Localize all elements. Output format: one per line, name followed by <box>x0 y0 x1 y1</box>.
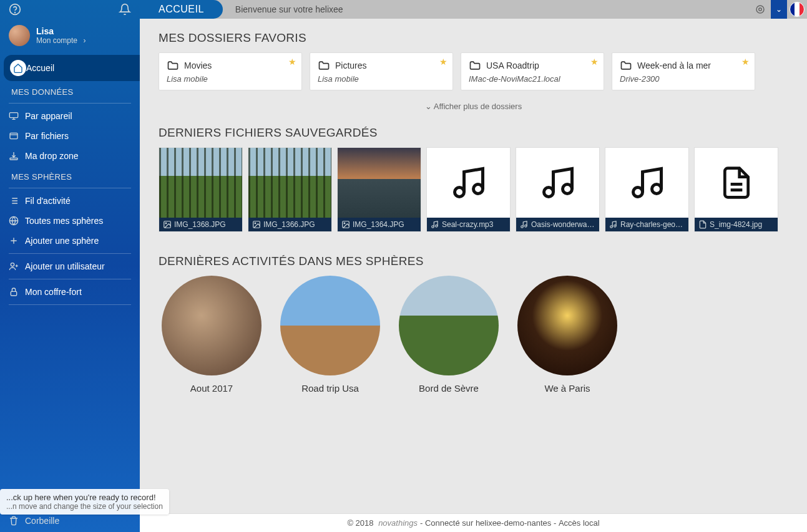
folder-location: Drive-2300 <box>620 74 747 84</box>
sphere-label: Bord de Sèvre <box>419 383 479 394</box>
star-icon[interactable]: ★ <box>288 57 296 67</box>
file-type-icon <box>431 220 439 229</box>
file-name: Oasis-wonderwall….mp3 <box>531 220 595 229</box>
svg-point-23 <box>525 225 527 228</box>
user-account-link[interactable]: Lisa Mon compte › <box>0 19 140 55</box>
copyright: © 2018 <box>347 518 373 528</box>
tab-accueil[interactable]: ACCUEIL <box>140 0 223 19</box>
file-name: Seal-crazy.mp3 <box>442 220 493 229</box>
sphere-label: Road trip Usa <box>301 383 359 394</box>
nav-all-spheres[interactable]: Toutes mes sphères <box>0 211 140 231</box>
folder-icon <box>318 59 330 72</box>
brand-name: novathings <box>378 518 418 528</box>
sphere-item[interactable]: Bord de Sèvre <box>396 276 502 394</box>
svg-point-21 <box>562 185 572 194</box>
folder-location: IMac-de-NoviMac21.local <box>469 74 596 84</box>
svg-point-26 <box>610 226 613 228</box>
svg-point-9 <box>759 8 762 11</box>
divider <box>9 279 131 279</box>
divider <box>9 304 131 305</box>
folder-icon <box>167 59 179 72</box>
nav-label: Accueil <box>26 63 54 73</box>
svg-point-22 <box>521 226 524 228</box>
file-card[interactable]: IMG_1364.JPG <box>337 147 421 232</box>
show-more-label: Afficher plus de dossiers <box>434 102 522 111</box>
file-thumbnail <box>248 148 331 218</box>
svg-point-27 <box>614 225 617 228</box>
nav-home[interactable]: Accueil <box>4 55 140 81</box>
file-card[interactable]: Oasis-wonderwall….mp3 <box>516 147 600 232</box>
svg-point-19 <box>436 225 438 228</box>
nav-label: Mon coffre-fort <box>25 287 82 297</box>
svg-rect-2 <box>9 113 17 118</box>
svg-point-6 <box>11 263 14 266</box>
nav-label: Par fichiers <box>25 131 69 141</box>
folder-card[interactable]: ★ Pictures Lisa mobile <box>310 52 453 90</box>
svg-point-20 <box>544 188 553 197</box>
sphere-label: We à Paris <box>544 383 590 394</box>
svg-point-13 <box>255 223 256 224</box>
sphere-item[interactable]: Aout 2017 <box>159 276 265 394</box>
folder-name: USA Roadtrip <box>486 60 539 70</box>
bell-icon[interactable] <box>119 3 131 16</box>
help-icon[interactable] <box>9 3 21 16</box>
nav-trash[interactable]: Corbeille <box>9 516 59 526</box>
folder-name: Movies <box>184 60 212 70</box>
user-name: Lisa <box>36 26 86 36</box>
show-more-folders[interactable]: ⌄ Afficher plus de dossiers <box>159 97 788 126</box>
avatar <box>9 25 30 46</box>
nav-label: Fil d'activité <box>25 196 71 206</box>
target-icon[interactable] <box>750 4 771 15</box>
nav-dropzone[interactable]: Ma drop zone <box>0 146 140 166</box>
folder-location: Lisa mobile <box>167 74 294 84</box>
file-thumbnail <box>338 148 421 218</box>
plus-icon <box>9 236 25 246</box>
svg-point-17 <box>473 185 482 194</box>
chevron-down-icon: ⌄ <box>425 102 432 111</box>
folder-card[interactable]: ★ USA Roadtrip IMac-de-NoviMac21.local <box>461 52 604 90</box>
file-name: IMG_1368.JPG <box>174 220 226 229</box>
music-icon <box>427 148 510 218</box>
section-recent-files-title: DERNIERS FICHIERS SAUVEGARDÉS <box>159 126 788 140</box>
nav-by-device[interactable]: Par appareil <box>0 106 140 126</box>
sphere-thumbnail <box>162 276 262 375</box>
star-icon[interactable]: ★ <box>741 57 750 67</box>
nav-add-sphere[interactable]: Ajouter une sphère <box>0 231 140 251</box>
add-user-icon <box>9 261 25 271</box>
device-icon <box>9 111 25 121</box>
file-card[interactable]: Seal-crazy.mp3 <box>426 147 511 232</box>
file-card[interactable]: S_img-4824.jpg <box>694 147 778 232</box>
divider <box>9 253 131 254</box>
sphere-item[interactable]: Road trip Usa <box>277 276 383 394</box>
nav-add-user[interactable]: Ajouter un utilisateur <box>0 256 140 276</box>
dropzone-icon <box>9 151 25 161</box>
star-icon[interactable]: ★ <box>590 57 599 67</box>
file-card[interactable]: Ray-charles-georgi….mp3 <box>605 147 689 232</box>
folder-card[interactable]: ★ Movies Lisa mobile <box>159 52 302 90</box>
trash-icon <box>9 516 19 526</box>
chevron-down-icon: ⌄ <box>776 5 782 14</box>
folder-card[interactable]: ★ Week-end à la mer Drive-2300 <box>612 52 755 90</box>
recorder-sub: ...n move and change the size of your se… <box>6 502 163 511</box>
file-type-icon <box>609 220 618 229</box>
welcome-text: Bienvenue sur votre helixee <box>223 4 343 14</box>
divider <box>9 103 131 104</box>
file-card[interactable]: IMG_1368.JPG <box>159 147 243 232</box>
nav-section-spheres: MES SPHÈRES <box>0 166 140 185</box>
sphere-label: Aout 2017 <box>190 383 233 394</box>
star-icon[interactable]: ★ <box>439 57 448 67</box>
folders-row: ★ Movies Lisa mobile ★ Pictures Lisa mob… <box>159 52 788 90</box>
nav-activity[interactable]: Fil d'activité <box>0 191 140 211</box>
nav-by-files[interactable]: Par fichiers <box>0 126 140 146</box>
svg-rect-4 <box>10 158 17 160</box>
nav-vault[interactable]: Mon coffre-fort <box>0 282 140 302</box>
file-card[interactable]: IMG_1366.JPG <box>248 147 332 232</box>
language-dropdown[interactable]: ⌄ <box>771 0 787 19</box>
nav-label: Ajouter une sphère <box>25 236 99 246</box>
sphere-item[interactable]: We à Paris <box>514 276 620 394</box>
footer: © 2018 novathings - Connecté sur helixee… <box>140 513 807 532</box>
svg-point-16 <box>454 188 464 197</box>
divider <box>9 188 131 188</box>
local-access-link[interactable]: Accès local <box>559 518 600 528</box>
flag-fr-icon[interactable] <box>790 2 805 17</box>
